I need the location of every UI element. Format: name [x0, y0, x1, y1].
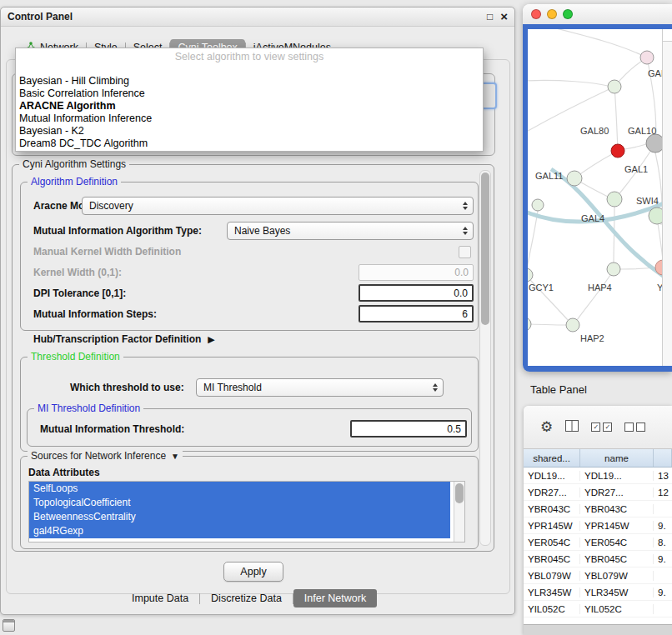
float-window-icon[interactable]: □: [487, 11, 493, 22]
settings-group-title: Cyni Algorithm Settings: [19, 158, 129, 170]
deselect-all-icon[interactable]: [624, 422, 645, 432]
apply-button[interactable]: Apply: [223, 562, 283, 582]
gear-icon[interactable]: ⚙: [540, 420, 553, 434]
tab-infer-network[interactable]: Infer Network: [293, 589, 377, 608]
network-node[interactable]: [532, 199, 544, 211]
table-row[interactable]: YBR045CYBR045C9.: [524, 551, 672, 568]
table-row[interactable]: YIL052CYIL052C: [524, 601, 672, 618]
combo-arrows-icon: [463, 227, 468, 235]
which-threshold-value: MI Threshold: [203, 382, 428, 393]
network-node[interactable]: [607, 192, 622, 207]
network-node[interactable]: [608, 80, 621, 93]
network-node-label: GCY1: [529, 282, 554, 292]
control-panel-title: Control Panel: [8, 11, 487, 22]
dropdown-item[interactable]: Basic Correlation Inference: [16, 88, 483, 100]
network-node[interactable]: [611, 144, 624, 158]
network-edge[interactable]: [553, 29, 647, 58]
settings-scrollbar-thumb[interactable]: [481, 172, 489, 325]
dropdown-item-selected[interactable]: ARACNE Algorithm: [16, 100, 483, 112]
network-node-label: GAL80: [580, 126, 609, 136]
settings-scrollbar[interactable]: [479, 170, 491, 546]
cell: YBR043C: [524, 504, 580, 514]
sources-group-title-row[interactable]: Sources for Network Inference ▼: [28, 450, 183, 462]
dropdown-item[interactable]: Bayesian - K2: [16, 125, 483, 138]
network-node[interactable]: [528, 318, 531, 331]
network-node[interactable]: [566, 318, 579, 332]
mi-steps-field[interactable]: 6: [359, 305, 474, 322]
attribute-item-selected[interactable]: SelfLoops: [29, 482, 450, 496]
control-panel-titlebar[interactable]: Control Panel □ ×: [1, 8, 514, 27]
mi-algorithm-type-combobox[interactable]: Naive Bayes: [227, 222, 474, 240]
which-threshold-combobox[interactable]: MI Threshold: [196, 378, 444, 397]
threshold-definition-title: Threshold Definition: [28, 351, 123, 362]
attributes-scrollbar-thumb[interactable]: [455, 483, 464, 503]
table-toolbar: ⚙ ✓ ✓: [524, 406, 672, 449]
unchecked-box-icon: [624, 422, 634, 432]
kernel-width-field[interactable]: 0.0: [359, 264, 474, 281]
column-header-shared-name[interactable]: shared...: [524, 449, 580, 467]
table-row[interactable]: YBR043CYBR043C: [524, 501, 672, 518]
sources-group-title: Sources for Network Inference: [31, 450, 166, 462]
column-header-name[interactable]: name: [580, 449, 654, 467]
dropdown-item[interactable]: Dream8 DC_TDC Algorithm: [16, 138, 483, 150]
mi-threshold-label: Mutual Information Threshold:: [40, 423, 184, 435]
minimized-panel-icon[interactable]: [3, 619, 15, 632]
network-edge[interactable]: [528, 80, 608, 86]
tab-impute-data[interactable]: Impute Data: [121, 589, 199, 608]
tab-discretize-data[interactable]: Discretize Data: [200, 589, 293, 608]
mi-threshold-field[interactable]: 0.5: [350, 420, 467, 438]
network-node[interactable]: [640, 51, 654, 64]
network-edge[interactable]: [551, 169, 663, 279]
network-node-label: GAL4: [581, 213, 604, 223]
network-node[interactable]: [646, 134, 663, 152]
close-panel-icon[interactable]: ×: [500, 12, 508, 22]
hub-definition-section[interactable]: Hub/Transcription Factor Definition ▶: [33, 333, 215, 345]
table-row[interactable]: YDL19...YDL19...13: [524, 468, 672, 484]
dpi-tolerance-field[interactable]: 0.0: [359, 284, 474, 302]
table-row[interactable]: YBL079WYBL079W: [524, 568, 672, 584]
close-traffic-light[interactable]: [531, 9, 541, 19]
table-row[interactable]: YPR145WYPR145W9.: [524, 518, 672, 534]
columns-layout-icon[interactable]: [565, 420, 579, 435]
select-all-icon[interactable]: ✓ ✓: [591, 422, 612, 432]
table-row[interactable]: YLR345WYLR345W9.: [524, 584, 672, 601]
expanded-arrow-icon[interactable]: ▼: [171, 452, 179, 461]
panel-icon-titlebar: [3, 620, 14, 622]
network-node[interactable]: [649, 208, 663, 224]
cell: YIL052C: [524, 604, 580, 614]
scroll-up-button[interactable]: [663, 29, 672, 42]
cell: 8.: [654, 538, 672, 548]
network-vertical-scrollbar[interactable]: [662, 29, 672, 366]
data-attributes-list[interactable]: SelfLoops TopologicalCoefficient Between…: [28, 481, 465, 542]
network-edge[interactable]: [528, 211, 538, 268]
dpi-tolerance-value: 0.0: [454, 288, 468, 299]
table-row[interactable]: YDR27...YDR27...12: [524, 484, 672, 501]
column-header-clipped[interactable]: [654, 449, 672, 467]
network-edge[interactable]: [614, 87, 618, 151]
network-window-titlebar[interactable]: [523, 4, 672, 25]
attribute-item-selected[interactable]: gal4RGexp: [29, 524, 450, 538]
unchecked-box-icon: [636, 422, 645, 432]
network-edge[interactable]: [528, 324, 566, 325]
aracne-mode-combobox[interactable]: Discovery: [82, 197, 474, 215]
attribute-item-selected[interactable]: TopologicalCoefficient: [29, 496, 450, 510]
network-node[interactable]: [567, 171, 582, 186]
attributes-list-scrollbar[interactable]: [454, 482, 464, 542]
dropdown-item[interactable]: Bayesian - Hill Climbing: [16, 75, 483, 88]
collapsed-arrow-icon[interactable]: ▶: [208, 334, 214, 345]
dropdown-placeholder-item[interactable]: Select algorithm to view settings: [16, 48, 483, 64]
network-node[interactable]: [607, 262, 620, 276]
attribute-item-selected[interactable]: BetweennessCentrality: [29, 510, 450, 524]
network-canvas[interactable]: GALGAL80GAL10GAL11GAL1SWI4GAL4GCY1HAP4YH…: [528, 29, 672, 366]
zoom-traffic-light[interactable]: [563, 9, 573, 19]
cell: YPR145W: [580, 521, 654, 531]
minimize-traffic-light[interactable]: [547, 9, 557, 19]
network-edge[interactable]: [624, 144, 646, 149]
apply-button-label: Apply: [240, 566, 266, 578]
network-node[interactable]: [528, 268, 533, 282]
cell: 9.: [654, 521, 672, 531]
network-graph[interactable]: GALGAL80GAL10GAL11GAL1SWI4GAL4GCY1HAP4YH…: [528, 29, 663, 366]
manual-kernel-width-checkbox[interactable]: [459, 246, 471, 258]
table-row[interactable]: YER054CYER054C8.: [524, 534, 672, 551]
dropdown-item[interactable]: Mutual Information Inference: [16, 112, 483, 125]
